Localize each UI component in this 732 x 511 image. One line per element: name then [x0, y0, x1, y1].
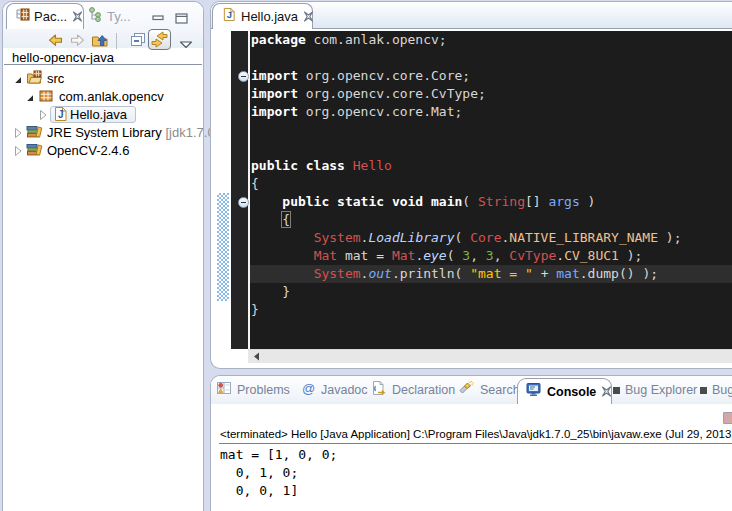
tab-package-explorer[interactable]: Pac... — [6, 3, 84, 29]
close-editor-icon[interactable] — [303, 8, 314, 26]
tab-hello-java-editor[interactable]: J Hello.java — [212, 3, 313, 29]
tree-item-jre-library[interactable]: JRE System Library [jdk1.7.0_25] — [3, 123, 203, 141]
tab-problems-label: Problems — [237, 383, 290, 397]
method-range-indicator — [217, 193, 229, 301]
scroll-left-arrow-icon[interactable] — [250, 350, 264, 362]
code-line: public static void main( String[] args ) — [251, 193, 732, 211]
tab-console-label: Console — [547, 385, 596, 399]
code-line — [251, 49, 732, 67]
collapse-all-button[interactable] — [129, 32, 146, 49]
console-header-underline — [219, 443, 732, 444]
code-line: System.LoadLibrary( Core.NATIVE_LIBRARY_… — [251, 229, 732, 247]
annotation-ruler[interactable] — [211, 31, 231, 349]
package-explorer-view: Pac... Ty... — [3, 2, 203, 511]
close-console-icon[interactable] — [601, 383, 612, 401]
code-line: { — [251, 175, 732, 193]
console-view: Problems @ Javadoc Declaration Search — [211, 376, 732, 511]
code-line: import org.opencv.core.Core; — [251, 67, 732, 85]
minimize-view-button[interactable] — [152, 11, 165, 29]
terminate-button[interactable] — [723, 412, 732, 424]
search-icon — [458, 380, 475, 400]
tree-item-opencv-library-label: OpenCV-2.4.6 — [47, 143, 129, 158]
tab-console[interactable]: Console — [517, 378, 612, 404]
tab-problems[interactable]: Problems — [216, 379, 290, 401]
console-output[interactable]: mat = [1, 0, 0; 0, 1, 0; 0, 0, 1] — [220, 446, 337, 500]
tab-search[interactable]: Search — [458, 379, 520, 401]
code-text[interactable]: package com.anlak.opencv;import org.open… — [251, 31, 732, 349]
type-hierarchy-icon — [88, 7, 103, 26]
up-button[interactable] — [91, 32, 108, 49]
plugin-square-icon — [613, 387, 620, 394]
javadoc-icon: @ — [301, 381, 316, 400]
code-line: import org.opencv.core.CvType; — [251, 85, 732, 103]
tab-search-label: Search — [480, 383, 520, 397]
back-button[interactable] — [47, 32, 64, 49]
fold-collapse-imports-icon[interactable] — [238, 71, 249, 82]
svg-text:J: J — [227, 10, 232, 20]
code-line — [251, 121, 732, 139]
tree-item-package-label: com.anlak.opencv — [59, 89, 164, 104]
problems-icon — [216, 380, 232, 400]
code-line: Mat mat = Mat.eye( 3, 3, CvType.CV_8UC1 … — [251, 247, 732, 265]
code-line — [251, 139, 732, 157]
tab-declaration[interactable]: Declaration — [371, 379, 455, 401]
editor-tab-label: Hello.java — [241, 9, 298, 24]
collapsed-arrow-icon[interactable] — [13, 127, 23, 142]
console-output-line: 0, 0, 1] — [220, 482, 337, 500]
code-line: import org.opencv.core.Mat; — [251, 103, 732, 121]
tree-item-hello-java-label: Hello.java — [70, 107, 127, 122]
tab-package-explorer-label: Pac... — [34, 9, 67, 24]
code-line: } — [251, 301, 732, 319]
tab-type-hierarchy-label: Ty... — [107, 9, 131, 24]
collapsed-arrow-icon[interactable] — [38, 109, 48, 124]
project-root-label[interactable]: hello-opencv-java — [12, 50, 114, 65]
close-package-explorer-icon[interactable] — [72, 8, 83, 26]
tab-javadoc[interactable]: @ Javadoc — [301, 379, 368, 401]
code-line: { — [251, 211, 732, 229]
forward-button[interactable] — [69, 32, 86, 49]
declaration-icon — [371, 380, 387, 400]
svg-text:@: @ — [302, 381, 315, 396]
code-editor[interactable]: package com.anlak.opencv;import org.open… — [211, 31, 732, 349]
expanded-arrow-icon[interactable] — [25, 91, 35, 106]
tab-javadoc-label: Javadoc — [321, 383, 368, 397]
code-line: package com.anlak.opencv; — [251, 31, 732, 49]
tree-item-hello-java[interactable]: J Hello.java — [3, 105, 203, 123]
java-file-icon: J — [222, 7, 236, 26]
collapsed-arrow-icon[interactable] — [13, 145, 23, 160]
library-icon — [26, 142, 43, 161]
project-root-underline — [4, 64, 202, 65]
tab-type-hierarchy[interactable]: Ty... — [85, 3, 139, 29]
tab-bug-explorer-label: Bug Explorer — [625, 383, 697, 397]
tab-bug-label: Bug — [712, 383, 732, 397]
code-line: public class Hello — [251, 157, 732, 175]
console-body: <terminated> Hello [Java Application] C:… — [211, 404, 732, 511]
console-icon — [526, 382, 541, 401]
scrollbar-track[interactable] — [248, 349, 732, 363]
tab-declaration-label: Declaration — [392, 383, 455, 397]
code-line: System.out.println( "mat = " + mat.dump(… — [251, 265, 732, 283]
package-explorer-icon — [15, 7, 30, 26]
editor-area: J Hello.java package com.anlak.opencv;im… — [211, 2, 732, 368]
fold-collapse-main-icon[interactable] — [238, 197, 249, 208]
editor-horizontal-scrollbar[interactable] — [211, 349, 732, 362]
tree-item-opencv-library[interactable]: OpenCV-2.4.6 — [3, 141, 203, 159]
view-menu-button[interactable] — [179, 35, 193, 53]
tree-item-src[interactable]: src — [3, 69, 203, 87]
plugin-square-icon — [700, 387, 707, 394]
tree-item-package[interactable]: com.anlak.opencv — [3, 87, 203, 105]
console-output-line: 0, 1, 0; — [220, 464, 337, 482]
svg-text:J: J — [58, 109, 64, 120]
console-output-line: mat = [1, 0, 0; — [220, 446, 337, 464]
tab-bug-explorer[interactable]: Bug Explorer — [613, 379, 697, 401]
toolbar-separator — [116, 33, 117, 49]
tab-bug[interactable]: Bug — [700, 379, 732, 401]
expanded-arrow-icon[interactable] — [13, 73, 23, 88]
link-with-editor-button[interactable] — [148, 29, 171, 50]
maximize-view-button[interactable] — [175, 10, 189, 28]
tree-item-src-label: src — [47, 71, 64, 86]
console-process-header: <terminated> Hello [Java Application] C:… — [220, 428, 731, 440]
code-line: } — [251, 283, 732, 301]
